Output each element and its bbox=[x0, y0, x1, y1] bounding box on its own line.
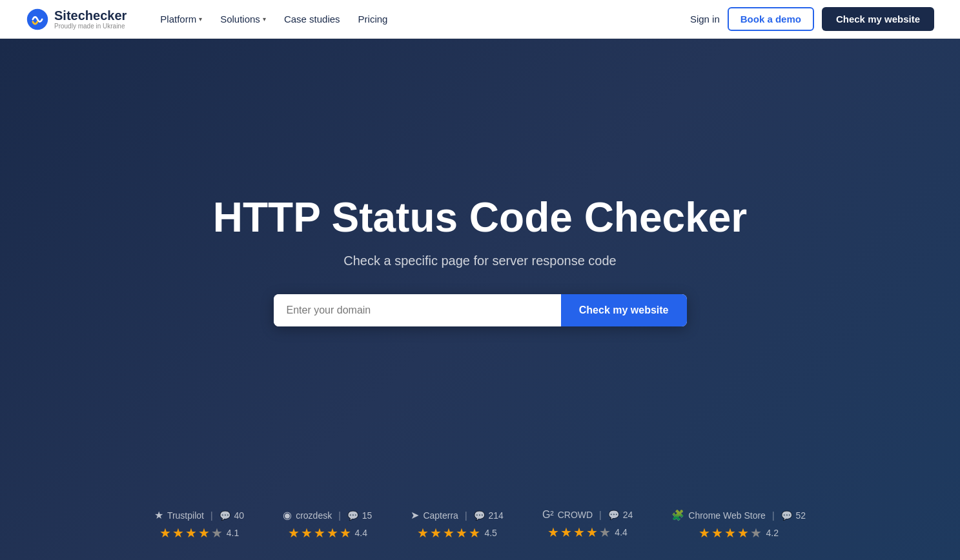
crozdesk-count: 15 bbox=[362, 510, 373, 521]
rating-capterra: ➤ Capterra | 💬 214 ★ ★ ★ ★ ★ 4.5 bbox=[411, 509, 503, 541]
logo-icon bbox=[26, 8, 49, 31]
g2-stars: ★ ★ ★ ★ ★ 4.4 bbox=[547, 525, 627, 540]
nav-links: Platform ▾ Solutions ▾ Case studies Pric… bbox=[152, 8, 690, 30]
signin-button[interactable]: Sign in bbox=[690, 14, 720, 25]
domain-input[interactable] bbox=[274, 294, 561, 326]
crozdesk-label: crozdesk bbox=[296, 510, 332, 521]
nav-pricing[interactable]: Pricing bbox=[351, 8, 396, 30]
comment-icon: 💬 bbox=[781, 510, 792, 521]
comment-icon: 💬 bbox=[220, 510, 230, 521]
g2-count: 24 bbox=[623, 510, 633, 520]
g2-label: CROWD bbox=[558, 510, 593, 520]
logo-name: Sitechecker bbox=[54, 8, 127, 23]
trustpilot-icon: ★ bbox=[154, 509, 163, 521]
comment-icon: 💬 bbox=[347, 510, 358, 521]
crozdesk-icon: ◉ bbox=[283, 509, 292, 521]
capterra-stars: ★ ★ ★ ★ ★ 4.5 bbox=[417, 525, 496, 541]
chevron-down-icon: ▾ bbox=[199, 15, 202, 23]
search-bar: Check my website bbox=[274, 294, 687, 326]
logo[interactable]: Sitechecker Proudly made in Ukraine bbox=[26, 8, 127, 31]
comment-icon: 💬 bbox=[474, 510, 485, 521]
logo-subtitle: Proudly made in Ukraine bbox=[54, 23, 127, 30]
chrome-count: 52 bbox=[796, 510, 806, 521]
chrome-stars: ★ ★ ★ ★ ★ 4.2 bbox=[699, 525, 778, 541]
book-demo-button[interactable]: Book a demo bbox=[728, 7, 814, 31]
capterra-count: 214 bbox=[489, 510, 504, 521]
hero-title: HTTP Status Code Checker bbox=[213, 195, 747, 240]
capterra-label: Capterra bbox=[423, 510, 458, 521]
trustpilot-label: Trustpilot bbox=[167, 510, 204, 521]
chrome-label: Chrome Web Store bbox=[688, 510, 766, 521]
ratings-bar: ★ Trustpilot | 💬 40 ★ ★ ★ ★ ★ 4.1 ◉ croz… bbox=[0, 509, 960, 541]
rating-chrome: 🧩 Chrome Web Store | 💬 52 ★ ★ ★ ★ ★ 4.2 bbox=[671, 509, 806, 541]
check-website-nav-button[interactable]: Check my website bbox=[822, 7, 934, 31]
hero-section: HTTP Status Code Checker Check a specifi… bbox=[0, 39, 960, 560]
logo-text: Sitechecker Proudly made in Ukraine bbox=[54, 8, 127, 30]
chevron-down-icon: ▾ bbox=[263, 15, 266, 23]
rating-crozdesk: ◉ crozdesk | 💬 15 ★ ★ ★ ★ ★ 4.4 bbox=[283, 509, 372, 541]
comment-icon: 💬 bbox=[608, 510, 619, 520]
trustpilot-stars: ★ ★ ★ ★ ★ 4.1 bbox=[159, 525, 239, 541]
rating-g2crowd: G² CROWD | 💬 24 ★ ★ ★ ★ ★ 4.4 bbox=[542, 509, 633, 541]
chrome-icon: 🧩 bbox=[671, 509, 684, 521]
crozdesk-stars: ★ ★ ★ ★ ★ 4.4 bbox=[288, 525, 367, 541]
check-website-button[interactable]: Check my website bbox=[561, 294, 687, 326]
nav-solutions[interactable]: Solutions ▾ bbox=[212, 8, 274, 30]
nav-actions: Sign in Book a demo Check my website bbox=[690, 7, 934, 31]
nav-case-studies[interactable]: Case studies bbox=[276, 8, 348, 30]
rating-trustpilot: ★ Trustpilot | 💬 40 ★ ★ ★ ★ ★ 4.1 bbox=[154, 509, 244, 541]
nav-platform[interactable]: Platform ▾ bbox=[152, 8, 210, 30]
g2-icon: G² bbox=[542, 509, 554, 521]
navbar: Sitechecker Proudly made in Ukraine Plat… bbox=[0, 0, 960, 39]
hero-subtitle: Check a specific page for server respons… bbox=[343, 254, 616, 268]
trustpilot-count: 40 bbox=[234, 510, 245, 521]
capterra-icon: ➤ bbox=[411, 509, 419, 521]
